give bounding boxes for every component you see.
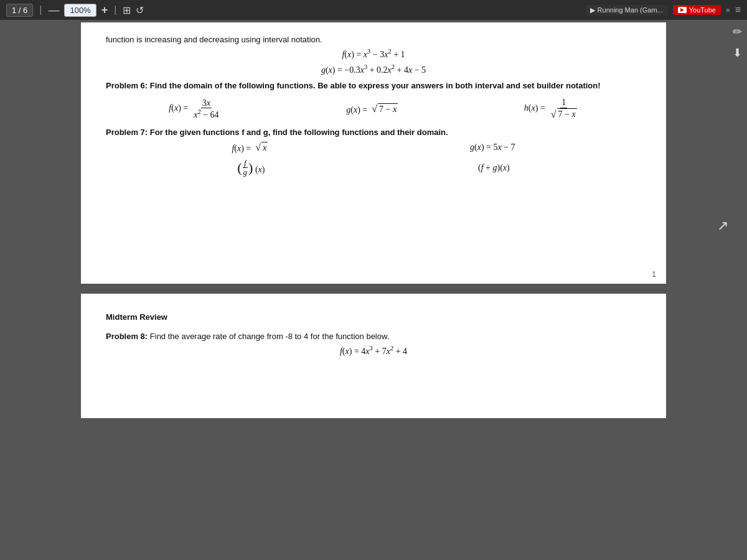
page-intro-text: function is increasing and decreasing us… xyxy=(106,35,641,44)
problem6-fx: f(x) = 3x x2 − 64 xyxy=(169,98,220,119)
problem6-hx: h(x) = 1 √ 7 − x xyxy=(524,98,578,120)
page-total: 6 xyxy=(23,6,27,15)
running-man-tab[interactable]: ▶ Running Man (Gam... xyxy=(585,5,668,16)
hx-numer: 1 xyxy=(560,98,567,108)
toolbar-plus[interactable]: + xyxy=(101,4,108,17)
document-page-2: Midterm Review Problem 8: Find the avera… xyxy=(81,294,666,418)
p7-gx: g(x) = 5x − 7 xyxy=(470,142,515,152)
problem6-desc: Find the domain of the following functio… xyxy=(150,81,601,90)
hx-fraction: 1 √ 7 − x xyxy=(550,98,578,120)
problem7-desc: For the given functions f and g, find th… xyxy=(150,128,448,137)
p7-fog: ( f g ) (x) xyxy=(237,159,265,177)
fog-denom: g xyxy=(242,168,249,177)
problem7-label: Problem 7: For the given functions f and… xyxy=(106,128,641,137)
midterm-review-label: Midterm Review xyxy=(106,312,641,322)
running-man-icon: ▶ xyxy=(590,6,595,14)
toolbar-separator-1: | xyxy=(39,4,42,16)
right-paren: ) xyxy=(248,161,253,175)
download-icon[interactable]: ⬇ xyxy=(733,46,742,60)
running-man-label: Running Man (Gam... xyxy=(598,6,663,14)
p7-fx-sqrt: √ x xyxy=(255,142,268,154)
gx-sqrt: √ 7 − x xyxy=(372,103,398,115)
page-indicator[interactable]: 1 / 6 xyxy=(6,4,33,17)
document-page-1: function is increasing and decreasing us… xyxy=(81,22,666,284)
toolbar-menu-icon[interactable]: ≡ xyxy=(735,4,741,16)
rotate-icon[interactable]: ↺ xyxy=(136,4,144,16)
fog-paren: ( f g ) xyxy=(237,159,253,177)
fx-denom: x2 − 64 xyxy=(192,108,220,119)
left-paren: ( xyxy=(237,161,242,175)
problem8-label: Problem 8: xyxy=(106,332,148,341)
youtube-icon xyxy=(678,7,687,13)
hx-sqrt: √ 7 − x xyxy=(551,108,577,120)
problem8-text: Find the average rate of change from -8 … xyxy=(150,332,389,341)
fx-numer: 3x xyxy=(201,98,212,108)
sqrt-symbol-p7fx: √ xyxy=(255,142,261,153)
problem7-label-text: Problem 7: xyxy=(106,128,148,137)
youtube-label: YouTube xyxy=(689,6,716,14)
toolbar-separator-2: | xyxy=(114,4,116,16)
toolbar-dash[interactable]: — xyxy=(48,4,59,17)
main-content-area: function is increasing and decreasing us… xyxy=(0,20,747,560)
sqrt-symbol-hx: √ xyxy=(551,109,557,120)
fit-page-icon[interactable]: ⊞ xyxy=(123,4,131,16)
fog-numer: f xyxy=(243,159,248,168)
eq1-display: f(x) = x3 − 3x2 + 1 xyxy=(106,48,641,60)
fog-inner-frac: f g xyxy=(242,159,249,177)
sqrt-symbol-gx: √ xyxy=(372,103,377,114)
zoom-level[interactable]: 100% xyxy=(64,4,96,17)
page-sep: / xyxy=(19,6,23,15)
toolbar: 1 / 6 | — 100% + | ⊞ ↺ ▶ Running Man (Ga… xyxy=(0,0,747,20)
problem6-gx: g(x) = √ 7 − x xyxy=(346,103,398,115)
hx-denom: √ 7 − x xyxy=(550,108,578,120)
toolbar-chevron[interactable]: » xyxy=(726,6,730,14)
pencil-icon[interactable]: ✏ xyxy=(733,25,742,39)
sqrt-content-hx: 7 − x xyxy=(557,108,577,120)
eq2-display: g(x) = −0.3x3 + 0.2x2 + 4x − 5 xyxy=(106,63,641,75)
p7-fplusg: (f + g)(x) xyxy=(478,163,510,173)
problem6-label-text: Problem 6: xyxy=(106,81,148,90)
youtube-tab[interactable]: YouTube xyxy=(673,5,721,15)
problem7-composed-row: ( f g ) (x) (f + g)(x) xyxy=(131,159,616,177)
problem7-functions-row: f(x) = √ x g(x) = 5x − 7 xyxy=(131,142,616,154)
right-sidebar-icons: ✏ ⬇ xyxy=(733,25,742,60)
page-current: 1 xyxy=(12,6,16,15)
fx-fraction: 3x x2 − 64 xyxy=(192,98,220,119)
p7-fx: f(x) = √ x xyxy=(232,142,268,154)
cursor-arrow: ↗ xyxy=(717,218,728,234)
problem6-functions-row: f(x) = 3x x2 − 64 g(x) = √ 7 − x h(x) = … xyxy=(106,98,641,120)
page-number-1: 1 xyxy=(652,270,656,279)
problem8-eq: f(x) = 4x3 + 7x2 + 4 xyxy=(106,345,641,357)
sqrt-content-gx: 7 − x xyxy=(378,103,398,115)
problem8-container: Problem 8: Find the average rate of chan… xyxy=(106,332,641,341)
page-gap xyxy=(2,286,745,291)
sqrt-content-p7fx: x xyxy=(261,142,268,154)
problem6-label: Problem 6: Find the domain of the follow… xyxy=(106,81,641,90)
